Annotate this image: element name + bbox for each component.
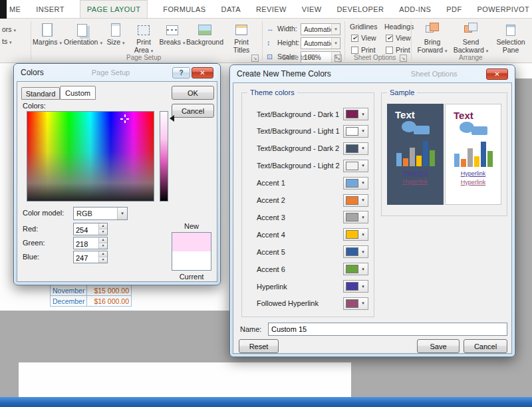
chevron-down-icon[interactable]: ▾ [117,207,127,219]
colors-button-cut[interactable]: ors ▾ [2,25,16,33]
bring-forward-button[interactable]: Bring Forward ▾ [415,21,450,55]
chevron-down-icon[interactable]: ▾ [331,24,340,35]
month-cell[interactable]: November [51,285,87,296]
theme-color-dropdown[interactable]: ▾ [343,211,368,223]
page-setup-dialog-title-behind: Page Setup [92,68,130,76]
color-spectrum[interactable] [27,111,154,202]
tab-custom[interactable]: Custom [60,86,96,100]
help-button[interactable]: ? [172,67,190,78]
tab-developer[interactable]: DEVELOPER [336,0,384,19]
colors-dialog-titlebar[interactable]: Colors Page Setup ? ✕ [14,64,220,81]
chevron-down-icon: ▾ [358,267,368,272]
page-setup-dialog-launcher[interactable]: ↘ [251,55,259,62]
tab-standard[interactable]: Standard [21,87,60,100]
month-cell[interactable]: December [51,296,87,307]
colors-dialog-body: Standard Custom OK Cancel Colors: Color … [17,81,217,282]
theme-color-dropdown[interactable]: ▾ [343,245,368,258]
theme-color-dropdown[interactable]: ▾ [343,263,368,275]
tab-home-cut[interactable]: ME [9,0,21,19]
color-model-dropdown[interactable]: RGB ▾ [73,207,128,220]
gridlines-print-checkbox-row[interactable]: Print [351,46,376,54]
spin-down-icon[interactable]: ▼ [99,229,107,235]
breaks-button[interactable]: Breaks ▾ [160,21,185,47]
amount-cell[interactable]: $16 000.00 [87,296,132,307]
theme-color-row: Hyperlink ▾ [247,280,368,293]
red-label: Red: [23,225,38,233]
headings-view-checkbox-row[interactable]: ✔ View [386,34,411,42]
tab-powerpivot[interactable]: POWERPIVOT [477,0,530,19]
print-area-button[interactable]: Print Area ▾ [129,21,158,55]
fonts-button-cut[interactable]: ts ▾ [2,37,12,45]
headings-print-checkbox-row[interactable]: Print [386,46,410,54]
theme-color-dropdown[interactable]: ▾ [343,228,368,241]
green-stepper[interactable]: ▲▼ [73,237,108,249]
close-button[interactable]: ✕ [192,67,213,78]
tab-view[interactable]: VIEW [302,0,322,19]
orientation-button[interactable]: Orientation ▾ [64,21,102,47]
green-input[interactable] [74,239,96,250]
tab-add-ins[interactable]: ADD-INS [399,0,431,19]
close-button[interactable]: ✕ [486,68,508,80]
file-tab-sliver[interactable] [0,0,7,19]
amount-cell[interactable]: $15 000.00 [87,285,132,296]
checkbox-checked[interactable]: ✔ [386,35,393,42]
theme-color-dropdown[interactable]: ▾ [343,177,368,190]
colors-dialog: Colors Page Setup ? ✕ Standard Custom OK… [13,63,221,285]
spin-up-icon[interactable]: ▲ [99,223,107,229]
theme-color-dropdown[interactable]: ▾ [343,142,368,155]
scale-to-fit-dialog-launcher[interactable]: ↘ [334,55,342,62]
chart-bar [487,151,493,167]
spin-down-icon[interactable]: ▼ [99,243,107,249]
height-dropdown[interactable]: Automatic ▾ [301,37,340,49]
cancel-button[interactable]: Cancel [464,339,507,353]
reset-button[interactable]: Reset [239,339,279,353]
tab-data[interactable]: DATA [221,0,241,19]
checkbox-unchecked[interactable] [351,47,358,54]
theme-color-dropdown[interactable]: ▾ [343,280,368,293]
blue-stepper[interactable]: ▲▼ [73,251,108,263]
luminance-slider-arrow[interactable] [170,115,174,122]
send-backward-button[interactable]: Send Backward ▾ [452,21,489,55]
theme-color-row: Accent 2 ▾ [247,194,368,207]
width-dropdown[interactable]: Automatic ▾ [301,23,340,35]
red-input[interactable] [74,225,96,236]
spin-down-icon[interactable]: ▼ [99,257,107,263]
selection-pane-button[interactable]: Selection Pane [492,21,529,54]
theme-color-dropdown[interactable]: ▾ [343,160,368,172]
theme-color-dropdown[interactable]: ▾ [343,125,368,138]
margins-button[interactable]: Margins ▾ [32,21,63,47]
chevron-down-icon: ▾ [358,198,368,203]
bring-forward-icon [426,25,434,33]
group-label-arrange: Arrange [459,54,483,61]
print-titles-button[interactable]: Print Titles [225,21,258,54]
theme-color-dropdown[interactable]: ▾ [343,108,368,120]
checkbox-unchecked[interactable] [386,47,393,54]
size-button[interactable]: Size ▾ [104,21,128,47]
sheet-options-dialog-launcher[interactable]: ↘ [400,55,407,62]
gridlines-view-checkbox-row[interactable]: ✔ View [351,34,376,42]
red-stepper[interactable]: ▲▼ [73,223,108,235]
tab-pdf[interactable]: PDF [446,0,462,19]
luminance-slider[interactable] [160,111,168,202]
group-separator [262,21,263,60]
tab-insert[interactable]: INSERT [36,0,65,19]
current-label: Current [172,273,211,281]
theme-dialog-titlebar[interactable]: Create New Theme Colors Sheet Options ✕ [230,65,515,82]
theme-color-dropdown[interactable]: ▾ [343,194,368,207]
save-button[interactable]: Save [417,339,460,353]
spin-up-icon[interactable]: ▲ [99,237,107,243]
tab-page-layout[interactable]: PAGE LAYOUT [80,0,148,19]
checkbox-checked[interactable]: ✔ [351,35,358,42]
sample-light-panel: Text Hyperlink [445,104,501,205]
background-button[interactable]: Background [186,21,223,47]
spectrum-crosshair-marker[interactable] [120,114,129,123]
theme-name-input[interactable] [268,323,507,336]
tab-formulas[interactable]: FORMULAS [163,0,205,19]
theme-color-dropdown[interactable]: ▾ [343,297,368,310]
ok-button[interactable]: OK [172,86,214,100]
blue-input[interactable] [74,253,96,264]
tab-review[interactable]: REVIEW [256,0,287,19]
spin-up-icon[interactable]: ▲ [99,251,107,257]
chevron-down-icon[interactable]: ▾ [331,38,340,49]
cancel-button[interactable]: Cancel [172,104,214,118]
